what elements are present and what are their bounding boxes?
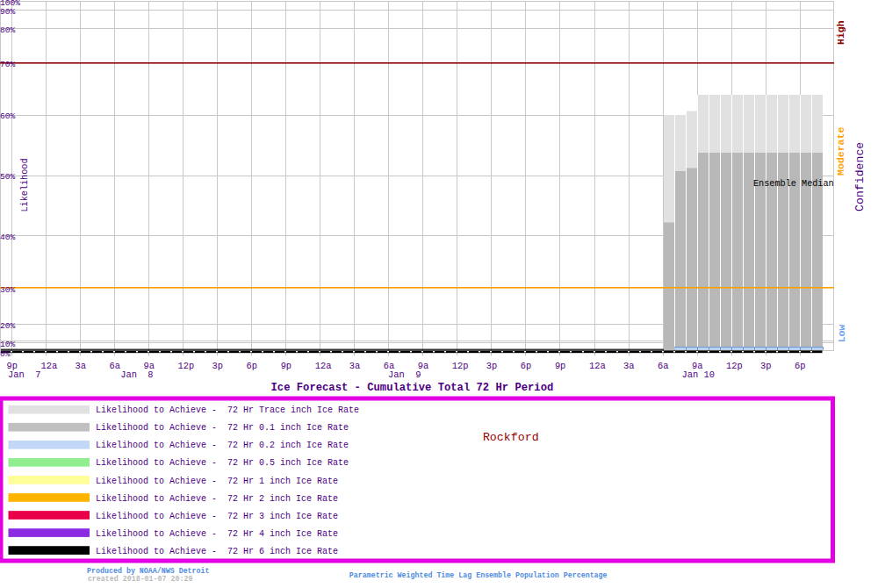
svg-text:Parametric Weighted Time Lag E: Parametric Weighted Time Lag Ensemble Po… — [349, 571, 608, 579]
svg-text:Likelihood: Likelihood — [20, 158, 30, 212]
svg-text:Likelihood to Achieve - 72 Hr: Likelihood to Achieve - 72 Hr Trace inch… — [96, 405, 359, 415]
svg-text:High: High — [835, 20, 846, 45]
svg-text:3p: 3p — [486, 361, 497, 371]
svg-text:9p: 9p — [281, 361, 291, 371]
svg-text:Confidence: Confidence — [853, 142, 867, 212]
svg-text:50%: 50% — [0, 172, 16, 182]
svg-text:3p: 3p — [212, 361, 223, 371]
svg-text:6a: 6a — [658, 361, 668, 371]
svg-text:3a: 3a — [623, 361, 634, 371]
svg-text:Likelihood to Achieve - 72 Hr: Likelihood to Achieve - 72 Hr 1 inch Ice… — [96, 477, 338, 486]
svg-text:Likelihood to Achieve - 72 Hr: Likelihood to Achieve - 72 Hr 6 inch Ice… — [96, 547, 338, 556]
svg-text:Ensemble Median: Ensemble Median — [753, 179, 834, 189]
svg-text:Jan 8: Jan 8 — [120, 369, 153, 380]
svg-text:Ice Forecast - Cumulative Tota: Ice Forecast - Cumulative Total 72 Hr Pe… — [271, 382, 554, 394]
svg-text:70%: 70% — [0, 60, 16, 69]
svg-text:Jan 9: Jan 9 — [388, 369, 421, 380]
svg-text:20%: 20% — [0, 321, 16, 331]
svg-text:Likelihood to Achieve - 72 Hr: Likelihood to Achieve - 72 Hr 4 inch Ice… — [96, 529, 338, 539]
svg-text:Jan 10: Jan 10 — [682, 369, 715, 380]
svg-text:3p: 3p — [760, 361, 771, 371]
svg-text:3a: 3a — [349, 361, 360, 371]
svg-text:9p: 9p — [555, 361, 565, 371]
svg-text:Rockford: Rockford — [483, 431, 539, 444]
svg-text:12a: 12a — [589, 361, 606, 371]
svg-text:6p: 6p — [795, 361, 805, 371]
svg-text:10%: 10% — [0, 340, 16, 349]
svg-text:80%: 80% — [0, 25, 16, 35]
svg-text:created 2018-01-07 20:29: created 2018-01-07 20:29 — [88, 575, 193, 583]
svg-text:12a: 12a — [315, 361, 332, 371]
svg-text:Likelihood to Achieve - 72 Hr: Likelihood to Achieve - 72 Hr 3 inch Ice… — [96, 512, 338, 521]
svg-text:6p: 6p — [521, 361, 531, 371]
svg-text:Likelihood to Achieve - 72 Hr: Likelihood to Achieve - 72 Hr 2 inch Ice… — [96, 494, 338, 504]
svg-text:Likelihood to Achieve - 72 Hr: Likelihood to Achieve - 72 Hr 0.2 inch I… — [96, 441, 349, 450]
svg-text:0%: 0% — [0, 349, 11, 359]
svg-text:Likelihood to Achieve - 72 Hr: Likelihood to Achieve - 72 Hr 0.1 inch I… — [96, 423, 349, 433]
svg-text:30%: 30% — [0, 285, 16, 295]
svg-text:Low: Low — [836, 325, 847, 343]
svg-text:12p: 12p — [178, 361, 195, 371]
svg-text:12p: 12p — [452, 361, 469, 371]
svg-text:90%: 90% — [0, 7, 16, 17]
svg-text:60%: 60% — [0, 111, 16, 121]
svg-text:12p: 12p — [726, 361, 743, 371]
svg-text:Likelihood to Achieve - 72 Hr: Likelihood to Achieve - 72 Hr 0.5 inch I… — [96, 458, 349, 468]
svg-text:Produced by NOAA/NWS Detroit: Produced by NOAA/NWS Detroit — [87, 567, 209, 575]
svg-text:Moderate: Moderate — [835, 127, 846, 176]
svg-text:6a: 6a — [109, 361, 119, 371]
svg-text:6p: 6p — [247, 361, 257, 371]
svg-text:3a: 3a — [75, 361, 85, 371]
svg-text:12a: 12a — [40, 361, 57, 371]
svg-text:40%: 40% — [0, 233, 16, 242]
svg-text:Jan 7: Jan 7 — [8, 369, 40, 380]
